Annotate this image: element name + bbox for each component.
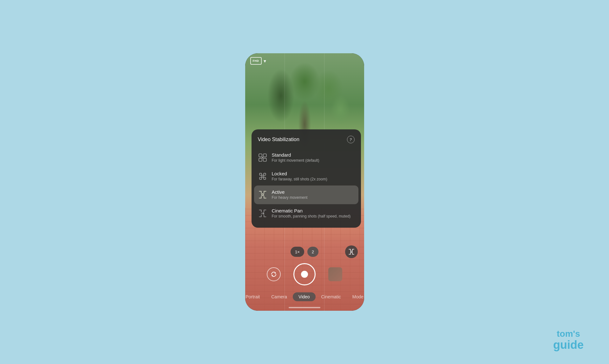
svg-rect-6 xyxy=(264,173,265,175)
mode-tabs: Portrait Camera Video Cinematic Mode xyxy=(245,292,364,301)
zoom-row: 1× 2 xyxy=(245,247,364,257)
svg-rect-7 xyxy=(259,177,261,179)
standard-name: Standard xyxy=(272,152,355,158)
shutter-button[interactable] xyxy=(293,263,316,285)
svg-rect-8 xyxy=(264,177,265,179)
locked-desc: For faraway, still shots (2x zoom) xyxy=(272,177,355,182)
stabilization-panel: Video Stabilization ? Standard For light… xyxy=(252,129,361,228)
chevron-down-icon[interactable]: ▾ xyxy=(264,58,266,64)
bottom-controls: 1× 2 xyxy=(245,247,364,285)
top-bar: FHD ▾ xyxy=(245,53,364,68)
tab-portrait[interactable]: Portrait xyxy=(245,292,266,301)
svg-rect-0 xyxy=(259,154,262,157)
standard-stab-icon xyxy=(258,153,267,162)
svg-point-10 xyxy=(262,176,263,177)
watermark-line2: guide xyxy=(553,339,584,351)
active-desc: For heavy movement xyxy=(272,195,355,200)
help-icon[interactable]: ? xyxy=(347,136,355,143)
watermark: tom's guide xyxy=(553,329,584,351)
svg-rect-1 xyxy=(263,154,266,157)
svg-rect-3 xyxy=(263,158,266,161)
active-option-text: Active For heavy movement xyxy=(272,189,355,200)
locked-stab-icon xyxy=(258,172,267,181)
panel-header: Video Stabilization ? xyxy=(252,136,361,148)
standard-option-text: Standard For light movement (default) xyxy=(272,152,355,163)
active-stab-icon xyxy=(258,190,267,199)
svg-point-4 xyxy=(262,157,263,158)
svg-point-12 xyxy=(262,194,263,195)
locked-option-text: Locked For faraway, still shots (2x zoom… xyxy=(272,171,355,182)
option-standard[interactable]: Standard For light movement (default) xyxy=(252,148,361,167)
locked-name: Locked xyxy=(272,171,355,176)
watermark-line1: tom's xyxy=(553,329,584,339)
tab-video[interactable]: Video xyxy=(293,292,316,301)
phone-frame: FHD ▾ Video Stabilization ? Standard For… xyxy=(245,53,364,311)
home-indicator xyxy=(289,307,320,308)
option-cinematic-pan[interactable]: Cinematic Pan For smooth, panning shots … xyxy=(252,204,361,223)
shutter-inner xyxy=(301,271,308,278)
stabilization-shortcut-button[interactable] xyxy=(345,245,358,258)
panel-title: Video Stabilization xyxy=(258,137,299,142)
zoom-2x-button[interactable]: 2 xyxy=(307,247,318,257)
camera-controls-row xyxy=(245,263,364,285)
option-locked[interactable]: Locked For faraway, still shots (2x zoom… xyxy=(252,167,361,186)
tab-cinematic[interactable]: Cinematic xyxy=(316,292,347,301)
flip-camera-button[interactable] xyxy=(267,267,281,281)
svg-rect-2 xyxy=(259,158,262,161)
cinematic-pan-desc: For smooth, panning shots (half speed, m… xyxy=(272,214,355,219)
zoom-1x-button[interactable]: 1× xyxy=(291,247,304,257)
fhd-badge[interactable]: FHD xyxy=(250,57,262,65)
active-name: Active xyxy=(272,189,355,195)
option-active[interactable]: Active For heavy movement xyxy=(254,185,358,204)
svg-point-13 xyxy=(350,251,352,253)
cinematic-pan-option-text: Cinematic Pan For smooth, panning shots … xyxy=(272,208,355,219)
tab-camera[interactable]: Camera xyxy=(265,292,293,301)
cinematic-pan-stab-icon xyxy=(258,209,267,218)
standard-desc: For light movement (default) xyxy=(272,158,355,163)
svg-rect-5 xyxy=(259,173,261,175)
cinematic-pan-name: Cinematic Pan xyxy=(272,208,355,213)
tab-more[interactable]: Mode xyxy=(347,292,364,301)
gallery-thumbnail[interactable] xyxy=(328,267,342,281)
